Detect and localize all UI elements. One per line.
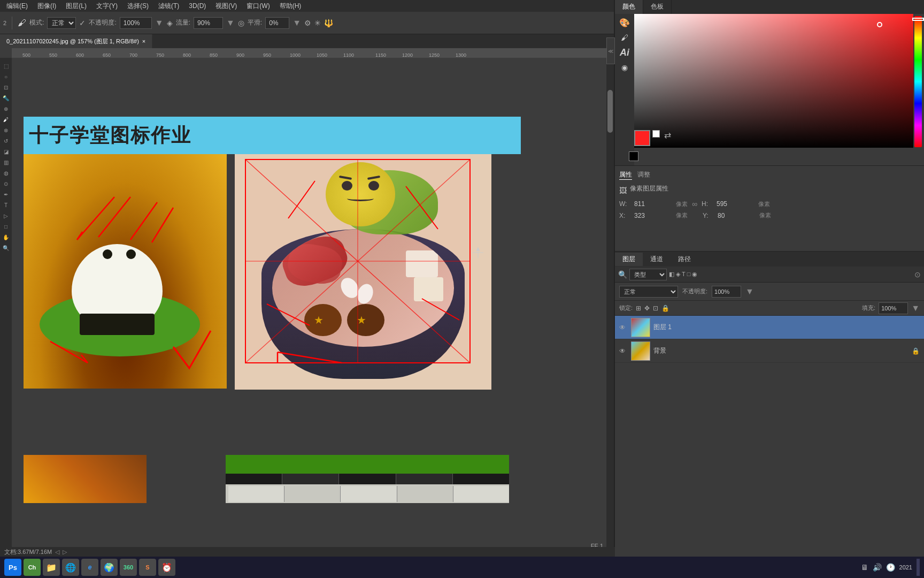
tool-text[interactable]: T [1, 200, 11, 210]
fill-arrow[interactable]: ▼ [911, 303, 920, 313]
tool-stamp[interactable]: ⊗ [1, 125, 11, 135]
pressure-icon[interactable]: ◈ [167, 19, 173, 27]
tool-heal[interactable]: ⊕ [1, 104, 11, 113]
tool-blur[interactable]: ◍ [1, 168, 11, 178]
color-gradient-field[interactable] [634, 14, 913, 148]
taskbar-ps-icon[interactable]: Ps [4, 559, 21, 576]
tool-eyedropper[interactable]: 🔦 [1, 93, 11, 103]
hue-indicator[interactable] [912, 18, 924, 21]
hue-slider[interactable] [914, 16, 922, 147]
check-icon[interactable]: ✓ [79, 19, 86, 27]
lock-artboard-icon[interactable]: ⊡ [653, 305, 658, 312]
tool-path[interactable]: ▷ [1, 211, 11, 220]
menu-item-text[interactable]: 文字(Y) [92, 1, 122, 12]
blend-mode-select[interactable]: 正常 [619, 286, 678, 298]
tool-hand[interactable]: ✋ [1, 232, 11, 242]
opacity-input[interactable] [120, 17, 152, 29]
foreground-color[interactable] [634, 130, 650, 146]
document-tab[interactable]: 0_20211107020245.jpg @ 157% (图层 1, RGB/8… [0, 34, 152, 48]
taskbar-folder-icon[interactable]: 📁 [43, 559, 60, 576]
prop-tab-adjustments[interactable]: 调整 [637, 170, 650, 180]
tab-close-button[interactable]: × [142, 38, 145, 44]
lock-pixels-icon[interactable]: ⊞ [636, 305, 641, 312]
angle-icon[interactable]: 🔱 [324, 19, 333, 27]
taskbar-alarm-icon[interactable]: ⏰ [158, 559, 175, 576]
clock-icon[interactable]: 🕐 [886, 563, 895, 572]
flow-input[interactable] [194, 17, 223, 29]
opacity-field[interactable] [712, 286, 741, 298]
taskbar-360s-icon[interactable]: S [139, 559, 156, 576]
layer-tab-paths[interactable]: 路径 [671, 253, 698, 266]
menu-item-image[interactable]: 图像(I) [33, 1, 60, 12]
layer-bg-visibility[interactable]: 👁 [619, 347, 628, 355]
menu-item-view[interactable]: 视图(V) [211, 1, 241, 12]
airbrush-icon[interactable]: ◎ [238, 19, 244, 27]
fill-input[interactable] [879, 302, 908, 314]
lock-position-icon[interactable]: ✥ [644, 305, 650, 312]
taskbar-360-icon[interactable]: 360 [120, 559, 137, 576]
tool-pen[interactable]: ✒ [1, 189, 11, 199]
tool-brush[interactable]: 🖌 [1, 115, 11, 124]
volume-icon[interactable]: 🔊 [873, 563, 882, 572]
menu-item-filter[interactable]: 滤镜(T) [154, 1, 183, 12]
opacity-arrow[interactable]: ▼ [155, 18, 164, 28]
settings-icon[interactable]: ⚙ [304, 19, 311, 27]
panel-collapse-button[interactable]: ≪ [606, 37, 615, 64]
tool-zoom[interactable]: 🔍 [1, 243, 11, 253]
color-tool-brush[interactable]: 🖌 [619, 32, 630, 43]
smooth-input[interactable] [265, 17, 289, 29]
menu-item-layers[interactable]: 图层(L) [61, 1, 91, 12]
tool-eraser[interactable]: ◪ [1, 147, 11, 156]
layer-1-visibility[interactable]: 👁 [619, 324, 628, 331]
layer-filter-toggle[interactable]: ⊙ [914, 270, 921, 279]
status-arrow-left[interactable]: ◁ [55, 549, 59, 556]
v-scroll-thumb[interactable] [607, 90, 613, 133]
smooth-arrow[interactable]: ▼ [292, 18, 301, 28]
taskbar-chrome-icon[interactable]: Ch [24, 559, 41, 576]
lock-all-icon[interactable]: 🔒 [661, 305, 669, 312]
filter-adj-icon[interactable]: ◈ [676, 271, 680, 278]
layers-list[interactable]: 👁 图层 1 👁 背景 🔒 [615, 316, 924, 559]
tool-dodge[interactable]: ⊙ [1, 179, 11, 188]
menu-item-edit[interactable]: 编辑(E) [2, 1, 32, 12]
brush-icon[interactable]: 🖌 [18, 18, 26, 28]
mode-select[interactable]: 正常 [47, 17, 76, 29]
search-icon[interactable]: 🔍 [618, 270, 627, 279]
layer-item-bg[interactable]: 👁 背景 🔒 [615, 339, 924, 363]
background-color[interactable] [629, 151, 638, 161]
tool-shape[interactable]: □ [1, 222, 11, 231]
taskbar-web-icon[interactable]: 🌐 [62, 559, 79, 576]
menu-item-select[interactable]: 选择(S) [123, 1, 153, 12]
color-picker-indicator[interactable] [877, 22, 882, 27]
filter-pixel-icon[interactable]: ◧ [669, 271, 674, 278]
symmetry-icon[interactable]: ✳ [314, 19, 321, 27]
network-icon[interactable]: 🖥 [861, 563, 868, 572]
tool-lasso[interactable]: ○ [1, 72, 11, 81]
layer-tab-channels[interactable]: 通道 [643, 253, 671, 266]
swap-colors-icon[interactable]: ⇄ [664, 130, 671, 140]
opacity-arrow[interactable]: ▼ [745, 287, 754, 296]
taskbar-chrome2-icon[interactable]: 🌍 [101, 559, 118, 576]
color-tool-picker[interactable]: 🎨 [619, 17, 630, 28]
color-ai-icon[interactable]: Ai [619, 47, 630, 58]
prop-tab-attributes[interactable]: 属性 [619, 170, 632, 180]
status-arrow-right[interactable]: ▷ [63, 549, 67, 556]
color-tab-color[interactable]: 颜色 [615, 0, 643, 14]
menu-item-help[interactable]: 帮助(H) [275, 1, 306, 12]
taskbar-ie-icon[interactable]: e [81, 559, 98, 576]
filter-shape-icon[interactable]: □ [687, 271, 691, 278]
reset-color-icon[interactable] [652, 130, 660, 138]
tool-crop[interactable]: ⊡ [1, 82, 11, 92]
layer-type-filter[interactable]: 类型 [629, 269, 667, 280]
tool-select[interactable]: ⬚ [1, 61, 11, 71]
link-icon[interactable]: ∞ [692, 200, 697, 208]
show-desktop-button[interactable] [917, 559, 920, 576]
layer-tab-layers[interactable]: 图层 [615, 253, 643, 266]
tool-gradient[interactable]: ▥ [1, 157, 11, 167]
color-tab-swatches[interactable]: 色板 [643, 0, 672, 14]
tool-history[interactable]: ↺ [1, 136, 11, 146]
vertical-scrollbar[interactable] [606, 58, 614, 549]
flow-arrow[interactable]: ▼ [226, 18, 235, 28]
filter-smart-icon[interactable]: ◉ [692, 271, 697, 278]
menu-item-window[interactable]: 窗口(W) [242, 1, 274, 12]
